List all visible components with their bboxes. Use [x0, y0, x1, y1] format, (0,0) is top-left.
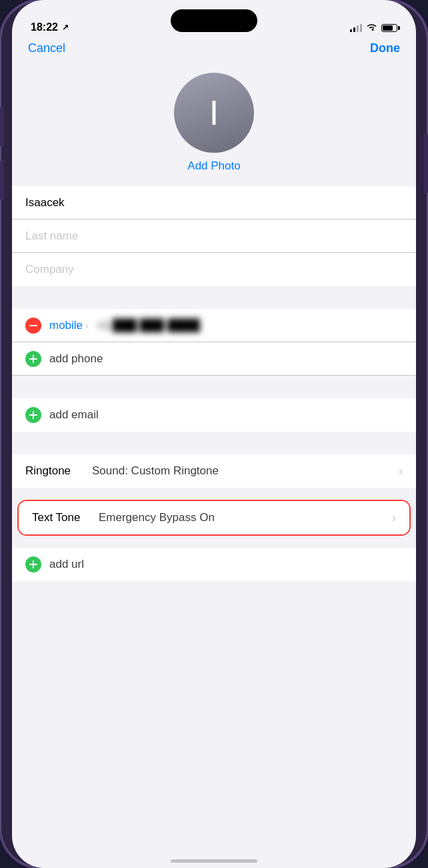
- nav-bar: Cancel Done: [12, 39, 416, 62]
- phone-screen: 18:22 ↗: [12, 0, 416, 868]
- first-name-input[interactable]: [25, 196, 403, 209]
- remove-phone-button[interactable]: [25, 318, 41, 334]
- add-email-label[interactable]: add email: [49, 408, 99, 422]
- add-phone-label[interactable]: add phone: [49, 352, 103, 366]
- phone-section: mobile › +1 ███ ███-████ add phone: [12, 309, 416, 376]
- add-phone-button[interactable]: [25, 351, 41, 367]
- home-indicator[interactable]: [171, 859, 257, 863]
- wifi-icon: [366, 23, 377, 33]
- signal-icon: [350, 24, 362, 32]
- plus-icon: [29, 355, 37, 363]
- add-url-button[interactable]: [25, 556, 41, 572]
- text-tone-label: Text Tone: [32, 511, 99, 524]
- last-name-field[interactable]: [12, 220, 416, 253]
- ringtone-value: Sound: Custom Ringtone: [92, 464, 393, 478]
- section-gap-4: [12, 488, 416, 500]
- add-email-row[interactable]: add email: [12, 398, 416, 432]
- volume-up-button[interactable]: [0, 107, 4, 147]
- url-section: add url: [12, 548, 416, 581]
- section-gap-5: [12, 536, 416, 548]
- add-email-button[interactable]: [25, 407, 41, 423]
- ringtone-label: Ringtone: [25, 464, 92, 478]
- ringtone-chevron-icon: ›: [399, 464, 403, 478]
- plus-url-icon: [29, 560, 37, 568]
- location-icon: ↗: [62, 23, 69, 32]
- last-name-input[interactable]: [25, 230, 403, 243]
- minus-icon: [29, 325, 37, 326]
- phone-label-button[interactable]: mobile: [49, 319, 83, 332]
- phone-frame: 18:22 ↗: [0, 0, 428, 868]
- section-gap-3: [12, 432, 416, 454]
- power-button[interactable]: [424, 133, 428, 193]
- add-url-label[interactable]: add url: [49, 558, 84, 571]
- name-fields-section: [12, 186, 416, 286]
- time-display: 18:22: [31, 21, 58, 33]
- add-url-row[interactable]: add url: [12, 548, 416, 581]
- tone-section: Ringtone Sound: Custom Ringtone ›: [12, 454, 416, 488]
- status-time: 18:22 ↗: [31, 21, 69, 33]
- section-gap-2: [12, 376, 416, 398]
- company-input[interactable]: [25, 263, 403, 276]
- bottom-padding: [12, 581, 416, 608]
- phone-label-chevron: ›: [85, 320, 89, 331]
- phone-number[interactable]: +1 ███ ███-████: [97, 319, 200, 332]
- status-icons: [350, 23, 397, 33]
- cancel-button[interactable]: Cancel: [28, 41, 65, 55]
- text-tone-highlight-border: Text Tone Emergency Bypass On ›: [17, 500, 411, 536]
- email-section: add email: [12, 398, 416, 432]
- plus-email-icon: [29, 411, 37, 419]
- first-name-field[interactable]: [12, 186, 416, 220]
- avatar-section: I Add Photo: [12, 62, 416, 186]
- volume-down-button[interactable]: [0, 160, 4, 200]
- company-field[interactable]: [12, 253, 416, 286]
- battery-icon: [381, 24, 397, 32]
- avatar-circle[interactable]: I: [174, 73, 254, 153]
- add-photo-button[interactable]: Add Photo: [187, 159, 240, 173]
- section-gap-1: [12, 286, 416, 309]
- text-tone-chevron-icon: ›: [392, 511, 396, 525]
- dynamic-island: [171, 9, 257, 32]
- add-phone-row[interactable]: add phone: [12, 342, 416, 376]
- phone-row[interactable]: mobile › +1 ███ ███-████: [12, 309, 416, 342]
- done-button[interactable]: Done: [370, 41, 400, 55]
- ringtone-row[interactable]: Ringtone Sound: Custom Ringtone ›: [12, 454, 416, 488]
- content-area: I Add Photo: [12, 62, 416, 859]
- text-tone-section: Text Tone Emergency Bypass On ›: [19, 501, 409, 534]
- text-tone-value: Emergency Bypass On: [99, 511, 387, 524]
- avatar-initial: I: [209, 95, 219, 130]
- text-tone-row[interactable]: Text Tone Emergency Bypass On ›: [19, 501, 409, 534]
